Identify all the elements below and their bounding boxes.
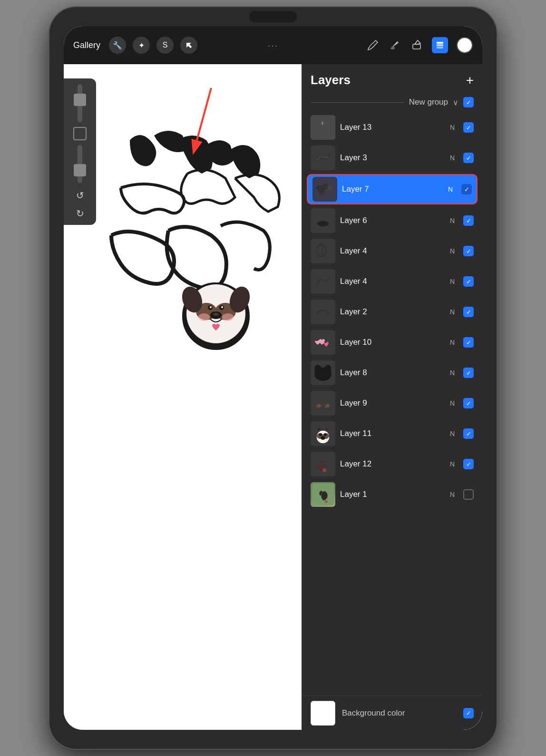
undo-button[interactable]: ↺: [76, 190, 84, 201]
layer-row[interactable]: Layer 9 N ✓: [302, 388, 482, 418]
layers-list: Layer 13 N ✓ Layer 3 N: [302, 112, 482, 696]
layer-thumbnail: [311, 239, 335, 263]
top-bar-right: [366, 37, 473, 53]
tablet-device: Gallery 🔧 ✦ S ···: [49, 7, 497, 749]
background-color-row[interactable]: Background color ✓: [302, 696, 482, 730]
svg-point-14: [210, 306, 212, 308]
tablet-screen: Gallery 🔧 ✦ S ···: [64, 26, 482, 730]
new-group-chevron-icon[interactable]: ∨: [453, 98, 458, 107]
layers-panel: Layers + New group ∨ ✓: [302, 64, 482, 730]
layer-thumbnail: [311, 421, 335, 446]
layer-thumbnail: [311, 452, 335, 476]
layer-mode: N: [450, 430, 455, 437]
layer-name: Layer 9: [340, 398, 445, 408]
new-group-label: New group: [409, 97, 448, 107]
magic-button[interactable]: ✦: [133, 37, 150, 54]
new-group-row[interactable]: New group ∨ ✓: [302, 92, 482, 112]
top-bar: Gallery 🔧 ✦ S ···: [64, 26, 482, 64]
brush-icon[interactable]: [366, 39, 380, 52]
layer-mode: N: [450, 217, 455, 224]
layer-row[interactable]: Layer 11 N ✓: [302, 418, 482, 449]
more-options-icon[interactable]: ···: [268, 40, 279, 51]
layer-mode: N: [450, 247, 455, 255]
layer-row[interactable]: Layer 6 N ✓: [302, 205, 482, 236]
new-group-checkbox[interactable]: ✓: [463, 97, 474, 107]
svg-point-32: [324, 433, 327, 436]
layer-visibility-checkbox[interactable]: ✓: [463, 337, 474, 348]
layer-thumbnail: [311, 330, 335, 355]
top-bar-left: Gallery 🔧 ✦ S: [73, 37, 197, 54]
layer-mode: N: [450, 278, 455, 285]
layer-name: Layer 1: [340, 490, 445, 499]
eraser-icon[interactable]: [410, 39, 423, 52]
layer-visibility-checkbox[interactable]: ✓: [463, 276, 474, 287]
layer-row[interactable]: Layer 12 N ✓: [302, 449, 482, 479]
redo-button[interactable]: ↻: [76, 208, 84, 219]
gallery-label[interactable]: Gallery: [73, 40, 100, 50]
svg-point-19: [222, 313, 234, 321]
layer-name: Layer 10: [340, 338, 445, 347]
layer-mode: N: [450, 369, 455, 377]
layer-name: Layer 8: [340, 368, 445, 378]
layers-title: Layers: [311, 73, 351, 87]
svg-point-15: [221, 306, 223, 308]
smudge-button[interactable]: S: [156, 37, 174, 54]
layer-row-active[interactable]: Layer 7 N ✓: [307, 174, 478, 204]
smudge-tool-icon[interactable]: [388, 39, 401, 52]
layer-row[interactable]: Layer 10 N ✓: [302, 327, 482, 358]
brush-size-slider[interactable]: [78, 84, 82, 122]
add-layer-button[interactable]: +: [466, 74, 474, 87]
opacity-thumb[interactable]: [74, 164, 86, 176]
layer-visibility-checkbox[interactable]: ✓: [461, 184, 472, 194]
layer-visibility-checkbox[interactable]: ✓: [463, 398, 474, 408]
layer-visibility-checkbox[interactable]: ✓: [463, 122, 474, 133]
layer-mode: N: [448, 185, 453, 193]
layer-mode: N: [450, 460, 455, 468]
layer-thumbnail: [311, 269, 335, 294]
layer-visibility-checkbox[interactable]: ✓: [463, 246, 474, 256]
svg-point-33: [321, 436, 325, 440]
layer-thumbnail: [311, 115, 335, 140]
layer-row[interactable]: Layer 1 N: [302, 479, 482, 510]
layer-row[interactable]: Layer 4 N ✓: [302, 236, 482, 266]
layer-visibility-checkbox[interactable]: ✓: [463, 153, 474, 163]
svg-point-17: [213, 313, 219, 316]
opacity-slider[interactable]: [78, 145, 82, 183]
layer-visibility-checkbox[interactable]: ✓: [463, 368, 474, 378]
layer-visibility-checkbox[interactable]: [463, 489, 474, 500]
svg-point-0: [391, 47, 395, 49]
layer-visibility-checkbox[interactable]: ✓: [463, 215, 474, 226]
layers-header: Layers +: [302, 64, 482, 92]
arrow-button[interactable]: [180, 37, 197, 54]
layer-visibility-checkbox[interactable]: ✓: [463, 459, 474, 469]
main-content: ↺ ↻: [64, 64, 482, 730]
background-visibility-checkbox[interactable]: ✓: [463, 708, 474, 718]
left-toolbar: ↺ ↻: [64, 78, 96, 225]
layer-row[interactable]: Layer 13 N ✓: [302, 112, 482, 143]
layer-visibility-checkbox[interactable]: ✓: [463, 428, 474, 439]
layer-thumbnail: [311, 391, 335, 416]
square-tool[interactable]: [73, 127, 87, 140]
layer-row[interactable]: Layer 2 N ✓: [302, 297, 482, 327]
layer-thumbnail: [312, 177, 337, 202]
layer-visibility-checkbox[interactable]: ✓: [463, 307, 474, 317]
layer-row[interactable]: Layer 4 N ✓: [302, 266, 482, 297]
color-picker-button[interactable]: [457, 37, 473, 53]
layer-mode: N: [450, 399, 455, 407]
svg-rect-1: [413, 44, 420, 49]
layer-thumbnail: [311, 145, 335, 170]
svg-point-34: [322, 468, 326, 472]
layer-mode: N: [450, 308, 455, 316]
brush-size-thumb[interactable]: [74, 94, 86, 106]
background-color-swatch[interactable]: [311, 701, 335, 726]
svg-rect-2: [437, 42, 443, 44]
layers-panel-button[interactable]: [432, 37, 448, 53]
wrench-button[interactable]: 🔧: [109, 37, 126, 54]
layer-mode: N: [450, 491, 455, 498]
layer-thumbnail: [311, 208, 335, 233]
background-color-label: Background color: [342, 708, 457, 718]
layer-thumbnail: [311, 300, 335, 324]
annotation-arrow: [183, 83, 240, 155]
layer-row[interactable]: Layer 3 N ✓: [302, 143, 482, 173]
layer-row[interactable]: Layer 8 N ✓: [302, 358, 482, 388]
